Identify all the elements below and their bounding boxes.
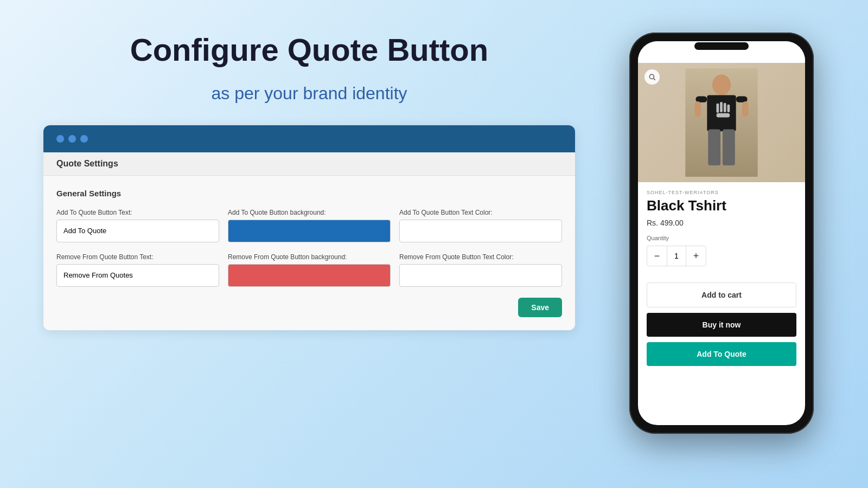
product-name: Black Tshirt: [647, 197, 796, 214]
svg-point-3: [712, 74, 731, 95]
store-name: SOHEL-TEST-WERIATORS: [647, 190, 796, 195]
remove-quote-bg-group: Remove From Quote Button background:: [228, 253, 391, 287]
quantity-value: 1: [667, 246, 686, 266]
svg-rect-12: [720, 102, 723, 112]
add-quote-text-label: Add To Quote Button Text:: [56, 209, 219, 216]
quantity-control: − 1 +: [647, 246, 706, 266]
add-to-quote-btn[interactable]: Add To Quote: [647, 342, 796, 366]
card-nav-title: Quote Settings: [56, 159, 118, 168]
svg-rect-15: [716, 113, 730, 118]
hero-title: Configure Quote Button: [43, 33, 575, 67]
dot-2: [68, 135, 76, 143]
svg-rect-9: [708, 129, 720, 165]
remove-quote-bg-label: Remove From Quote Button background:: [228, 253, 391, 261]
add-quote-color-label: Add To Quote Button Text Color:: [399, 209, 562, 216]
svg-rect-10: [723, 129, 735, 165]
dot-3: [80, 135, 88, 143]
phone-screen: SOHEL-TEST-WERIATORS Black Tshirt Rs. 49…: [638, 41, 805, 425]
remove-quote-color-group: Remove From Quote Button Text Color:: [399, 253, 562, 287]
save-row: Save: [56, 298, 562, 317]
magnify-icon[interactable]: [644, 69, 660, 85]
product-info: SOHEL-TEST-WERIATORS Black Tshirt Rs. 49…: [638, 182, 805, 282]
add-quote-bg-label: Add To Quote Button background:: [228, 209, 391, 216]
remove-quote-row: Remove From Quote Button Text: Remove Fr…: [56, 253, 562, 287]
product-image-svg: [684, 68, 760, 177]
add-quote-bg-swatch[interactable]: [228, 220, 391, 242]
settings-card: Quote Settings General Settings Add To Q…: [43, 125, 575, 330]
add-quote-text-input[interactable]: [56, 220, 219, 242]
remove-quote-text-group: Remove From Quote Button Text:: [56, 253, 219, 287]
svg-rect-7: [694, 101, 700, 117]
remove-quote-bg-swatch[interactable]: [228, 264, 391, 287]
add-quote-text-group: Add To Quote Button Text:: [56, 209, 219, 242]
svg-line-1: [654, 79, 655, 80]
add-quote-color-group: Add To Quote Button Text Color:: [399, 209, 562, 242]
general-settings-title: General Settings: [56, 189, 562, 198]
svg-point-0: [649, 74, 654, 79]
right-panel: SOHEL-TEST-WERIATORS Black Tshirt Rs. 49…: [618, 33, 825, 434]
save-button[interactable]: Save: [518, 298, 562, 317]
product-price: Rs. 499.00: [647, 219, 796, 227]
product-image-area: [638, 63, 805, 182]
card-body: General Settings Add To Quote Button Tex…: [43, 176, 575, 330]
quantity-minus-btn[interactable]: −: [647, 246, 667, 266]
remove-quote-text-input[interactable]: [56, 264, 219, 287]
hero-subtitle: as per your brand identity: [43, 84, 575, 104]
card-nav: Quote Settings: [43, 152, 575, 176]
product-actions: Add to cart Buy it now Add To Quote: [638, 282, 805, 375]
remove-quote-color-swatch[interactable]: [399, 264, 562, 287]
buy-it-now-btn[interactable]: Buy it now: [647, 313, 796, 337]
svg-rect-14: [727, 105, 730, 112]
svg-rect-13: [724, 103, 726, 112]
quantity-label: Quantity: [647, 235, 796, 241]
phone-notch: [694, 42, 749, 50]
left-panel: Configure Quote Button as per your brand…: [43, 33, 575, 330]
svg-rect-11: [716, 104, 719, 113]
card-header: [43, 125, 575, 152]
phone-mockup: SOHEL-TEST-WERIATORS Black Tshirt Rs. 49…: [629, 33, 814, 434]
main-container: Configure Quote Button as per your brand…: [0, 0, 868, 488]
remove-quote-text-label: Remove From Quote Button Text:: [56, 253, 219, 261]
svg-rect-8: [742, 101, 748, 117]
quantity-plus-btn[interactable]: +: [686, 246, 706, 266]
add-to-cart-btn[interactable]: Add to cart: [647, 282, 796, 307]
remove-quote-color-label: Remove From Quote Button Text Color:: [399, 253, 562, 261]
add-quote-color-swatch[interactable]: [399, 220, 562, 242]
dot-1: [56, 135, 64, 143]
phone-content: SOHEL-TEST-WERIATORS Black Tshirt Rs. 49…: [638, 63, 805, 425]
add-quote-row: Add To Quote Button Text: Add To Quote B…: [56, 209, 562, 242]
add-quote-bg-group: Add To Quote Button background:: [228, 209, 391, 242]
